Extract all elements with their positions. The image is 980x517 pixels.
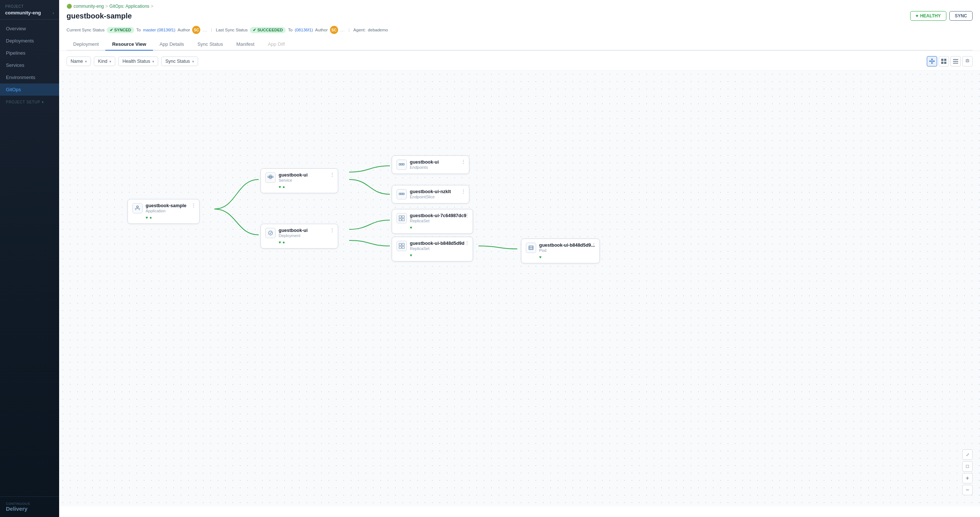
node-body: guestbook-ui-nzklt EndpointSlice [410,189,465,199]
succeeded-badge: ✔ SUCCEEDED [250,27,286,33]
zoom-in-button[interactable]: + [962,473,973,484]
filter-kind-arrow: ▾ [110,59,111,63]
sidebar-item-environments[interactable]: Environments [0,71,59,84]
view-grid-btn[interactable] [939,56,949,67]
tab-app-details[interactable]: App Details [153,38,191,51]
sidebar-project: Project community-eng › [0,0,59,19]
last-dots-menu[interactable]: ... [340,28,345,32]
node-endpointslice[interactable]: guestbook-ui-nzklt EndpointSlice ⋮ [392,185,469,203]
svg-rect-32 [399,216,401,218]
page-title-row: guestbook-sample ♥ HEALTHY SYNC [67,11,973,21]
filter-name-arrow: ▾ [85,59,87,63]
node-menu-icon[interactable]: ⋮ [329,227,335,233]
svg-line-18 [269,177,270,178]
sidebar-item-pipelines[interactable]: Pipelines [0,47,59,59]
status-sep1: | [211,28,212,32]
sidebar-item-label: Services [6,62,24,68]
sidebar-bottom: CONTINUOUS Delivery [0,496,59,517]
sidebar-item-overview[interactable]: Overview [0,22,59,35]
filter-kind[interactable]: Kind ▾ [94,57,115,66]
sidebar-section-project-setup[interactable]: PROJECT SETUP ▾ [0,96,59,106]
svg-rect-24 [403,163,404,165]
sidebar-project-name[interactable]: community-eng › [5,10,54,16]
reset-view-button[interactable]: ☐ [962,461,973,472]
tab-resource-view[interactable]: Resource View [105,38,153,51]
node-guestbook-sample[interactable]: guestbook-sample Application ♥ ● ⋮ [127,199,200,224]
breadcrumb-sep2: > [151,4,153,9]
view-list-btn[interactable] [950,56,961,67]
breadcrumb-app[interactable]: GitOps: Applications [110,4,149,9]
tab-label: App Details [160,41,184,47]
svg-rect-9 [953,59,958,60]
author-initials: SC [194,28,199,32]
node-menu-icon[interactable]: ⋮ [191,202,196,208]
tab-sync-status[interactable]: Sync Status [191,38,229,51]
node-guestbook-ui-service[interactable]: guestbook-ui Service ♥ ● ⋮ [261,168,338,193]
sidebar-nav: Overview Deployments Pipelines Services … [0,19,59,496]
svg-rect-35 [402,219,404,221]
breadcrumb-org[interactable]: community-eng [73,4,104,9]
fit-screen-button[interactable]: ⤢ [962,449,973,460]
node-menu-icon[interactable]: ⋮ [465,213,470,218]
current-dots-menu[interactable]: ... [202,28,207,32]
svg-rect-11 [953,63,958,63]
node-menu-icon[interactable]: ⋮ [461,159,466,165]
sync-label: SYNC [955,13,967,19]
sidebar-item-services[interactable]: Services [0,59,59,71]
last-commit-link[interactable]: (08136f1) [295,28,313,32]
main-content: 🟢 community-eng > GitOps: Applications >… [59,0,980,517]
filter-sync-status[interactable]: Sync Status ▾ [161,57,198,66]
sync-button[interactable]: SYNC [949,11,973,21]
cd-label: CONTINUOUS [6,502,53,506]
tab-deployment[interactable]: Deployment [67,38,105,51]
node-menu-icon[interactable]: ⋮ [591,242,597,248]
svg-rect-14 [270,175,271,176]
svg-rect-33 [402,216,404,218]
node-menu-icon[interactable]: ⋮ [461,188,466,194]
healthy-button[interactable]: ♥ HEALTHY [910,11,947,21]
node-pod[interactable]: guestbook-ui-b848d5d9... Pod ♥ ⋮ [521,239,600,263]
node-subtitle: EndpointSlice [410,195,465,199]
node-body: guestbook-ui-7c64987dc9 ReplicaSet ♥ [410,213,468,230]
sidebar-item-gitops[interactable]: GitOps [0,84,59,96]
zoom-out-button[interactable]: − [962,485,973,495]
view-tree-btn[interactable] [927,56,937,67]
filter-name-label: Name [71,59,83,64]
view-settings-btn[interactable] [962,56,973,67]
node-menu-icon[interactable]: ⋮ [465,240,470,246]
node-guestbook-ui-deployment[interactable]: guestbook-ui Deployment ♥ ● ⋮ [261,224,338,249]
succeeded-text: SUCCEEDED [257,28,283,32]
svg-rect-27 [399,193,401,195]
sidebar-item-label: Pipelines [6,50,25,56]
graph-canvas[interactable]: guestbook-sample Application ♥ ● ⋮ [59,71,980,506]
node-replicaset1[interactable]: guestbook-ui-7c64987dc9 ReplicaSet ♥ ⋮ [392,209,473,234]
last-author-initials: SC [331,28,337,32]
filter-health-status[interactable]: Health Status ▾ [118,57,158,66]
node-menu-icon[interactable]: ⋮ [329,172,335,178]
node-endpoints[interactable]: guestbook-ui Endpoints ⋮ [392,155,469,174]
svg-rect-4 [931,62,933,63]
node-body: guestbook-ui Service ♥ ● [278,173,333,189]
svg-rect-38 [399,246,401,249]
project-name-text: community-eng [5,10,41,16]
tab-manifest[interactable]: Manifest [230,38,261,51]
filter-name[interactable]: Name ▾ [67,57,91,66]
node-subtitle: Application [146,209,195,213]
node-status: ♥ ● [278,185,333,189]
sidebar-item-deployments[interactable]: Deployments [0,35,59,47]
filter-bar: Name ▾ Kind ▾ Health Status ▾ Sync Statu… [59,51,980,71]
branch-link[interactable]: master (08136f1) [143,28,175,32]
svg-rect-0 [931,59,933,60]
svg-rect-1 [929,60,931,62]
tab-label: Resource View [112,41,146,47]
tab-app-diff: App Diff [261,38,291,51]
svg-rect-13 [268,176,269,178]
endpointslice-icon [396,189,407,200]
healthy-label: HEALTHY [920,13,941,19]
replicaset-icon2 [396,241,407,251]
agent-name: debademo [368,28,388,32]
svg-rect-2 [931,60,933,62]
node-replicaset2[interactable]: guestbook-ui-b848d5d9d ReplicaSet ♥ ⋮ [392,237,473,262]
heart-icon: ♥ [916,13,918,19]
last-to-label: To [288,28,292,32]
